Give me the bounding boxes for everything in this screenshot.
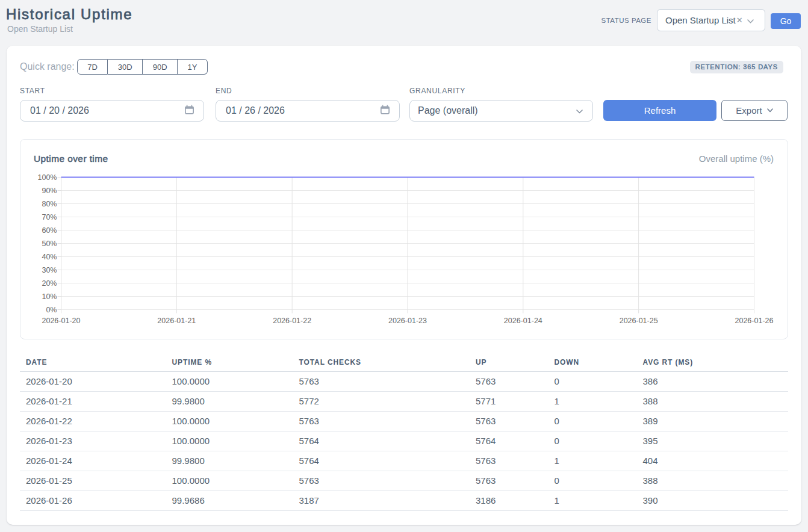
svg-text:40%: 40%: [42, 253, 57, 261]
svg-text:2026-01-25: 2026-01-25: [620, 317, 658, 325]
svg-text:2026-01-23: 2026-01-23: [388, 317, 427, 325]
svg-text:20%: 20%: [42, 279, 57, 288]
svg-text:2026-01-24: 2026-01-24: [504, 317, 542, 325]
svg-text:10%: 10%: [42, 292, 57, 301]
svg-text:2026-01-21: 2026-01-21: [157, 317, 196, 325]
svg-text:100%: 100%: [38, 173, 57, 182]
svg-text:70%: 70%: [42, 213, 57, 221]
svg-text:0%: 0%: [46, 306, 57, 314]
svg-text:2026-01-26: 2026-01-26: [735, 317, 774, 325]
svg-text:90%: 90%: [42, 187, 57, 195]
svg-text:2026-01-20: 2026-01-20: [42, 317, 81, 325]
svg-text:50%: 50%: [42, 240, 57, 248]
svg-text:30%: 30%: [42, 266, 57, 274]
svg-text:60%: 60%: [42, 226, 57, 235]
svg-text:80%: 80%: [42, 200, 57, 208]
svg-text:2026-01-22: 2026-01-22: [273, 317, 311, 325]
